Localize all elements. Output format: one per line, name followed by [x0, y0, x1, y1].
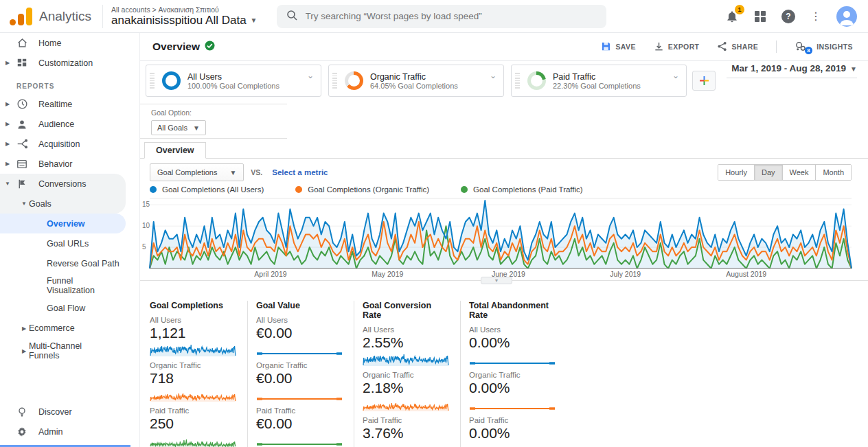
- sidebar-item-realtime[interactable]: ▶Realtime: [0, 94, 139, 114]
- sidebar-item-funnel-visualization[interactable]: FunnelVisualization: [0, 273, 139, 299]
- donut-hole: [531, 75, 542, 87]
- sidebar-item-goal-flow[interactable]: Goal Flow: [0, 299, 139, 319]
- sidebar-item-overview[interactable]: Overview: [0, 214, 126, 233]
- metric-value: €0.00: [256, 325, 345, 341]
- actions-divider: [776, 41, 777, 53]
- granularity-hourly[interactable]: Hourly: [718, 165, 754, 180]
- metric-segment-label: Organic Traffic: [256, 361, 345, 369]
- share-button[interactable]: SHARE: [717, 41, 758, 53]
- granularity-week[interactable]: Week: [782, 165, 816, 180]
- metric-segment-label: All Users: [256, 316, 345, 324]
- notifications-bell-icon[interactable]: 1: [725, 10, 739, 23]
- metric-segment-label: Organic Traffic: [363, 371, 452, 379]
- add-segment-button[interactable]: [692, 71, 716, 91]
- sidebar-item-ecommerce[interactable]: ▶Ecommerce: [0, 319, 139, 339]
- action-label: SHARE: [731, 43, 758, 51]
- legend-dot-icon: [150, 186, 157, 193]
- scorecards: Goal CompletionsAll Users1,121Organic Tr…: [150, 301, 575, 447]
- drag-dot: [150, 73, 155, 74]
- vs-label: VS.: [251, 168, 262, 176]
- sparkline-chart: [150, 433, 239, 447]
- sidebar-item-behavior[interactable]: ▶Behavior: [0, 154, 139, 174]
- sparkline-chart: [363, 398, 452, 412]
- legend-item-goal-completions-all-users[interactable]: Goal Completions (All Users): [150, 185, 264, 194]
- sidebar-item-label: Conversions: [38, 179, 86, 189]
- granularity-month[interactable]: Month: [815, 165, 851, 180]
- legend-dot-icon: [295, 186, 302, 193]
- metric-value: 0.00%: [469, 380, 559, 396]
- chevron-down-icon[interactable]: ⌄: [307, 71, 314, 80]
- apps-grid-icon[interactable]: [754, 10, 766, 23]
- sidebar-item-goal-urls[interactable]: Goal URLs: [0, 233, 139, 253]
- drag-handle-icon[interactable]: [150, 73, 157, 89]
- header-actions: 1 ? ⋮: [725, 6, 857, 27]
- donut-hole: [348, 75, 360, 87]
- chevron-right-icon: ▶: [3, 161, 12, 167]
- sidebar-item-admin[interactable]: Admin: [0, 422, 139, 442]
- sidebar-item-home[interactable]: Home: [0, 33, 139, 53]
- avatar[interactable]: [836, 6, 857, 27]
- drag-dot: [332, 78, 337, 79]
- legend-item-goal-completions-organic-traffic[interactable]: Goal Completions (Organic Traffic): [295, 185, 429, 194]
- chart-drag-handle[interactable]: ▼: [481, 277, 512, 284]
- sidebar-item-multi-channel-funnels[interactable]: ▶Multi-ChannelFunnels: [0, 339, 139, 364]
- property-selector[interactable]: anakainisisspitiou All Data ▼: [111, 14, 257, 27]
- insights-button[interactable]: 8INSIGHTS: [795, 40, 853, 54]
- legend-item-goal-completions-paid-traffic[interactable]: Goal Completions (Paid Traffic): [461, 185, 583, 194]
- date-range-selector[interactable]: Mar 1, 2019 - Aug 28, 2019▼: [727, 63, 857, 78]
- search-bar[interactable]: [277, 5, 606, 28]
- goal-option-select[interactable]: All Goals▼: [151, 120, 206, 135]
- sidebar-section-label: REPORTS: [0, 73, 139, 94]
- sidebar-item-audience[interactable]: ▶Audience: [0, 114, 139, 134]
- chevron-down-icon[interactable]: ⌄: [672, 71, 679, 80]
- sparkline-chart: [150, 343, 239, 357]
- legend-label: Goal Completions (Paid Traffic): [473, 185, 583, 194]
- sparkline-chart: [256, 433, 345, 447]
- segment-title: All Users: [187, 72, 279, 82]
- sidebar-item-acquisition[interactable]: ▶Acquisition: [0, 134, 139, 154]
- drag-dot: [515, 87, 520, 89]
- save-button[interactable]: SAVE: [601, 41, 635, 53]
- select-metric-link[interactable]: Select a metric: [272, 168, 328, 176]
- drag-handle-icon[interactable]: [515, 73, 522, 89]
- drag-dot: [150, 78, 155, 79]
- sidebar-item-reverse-goal-path[interactable]: Reverse Goal Path: [0, 253, 139, 273]
- segment-card-paid-traffic[interactable]: Paid Traffic22.30% Goal Completions⌄: [511, 65, 687, 97]
- metric-picker-row: Goal Completions▼ VS. Select a metric Ho…: [140, 162, 868, 183]
- svg-text:April 2019: April 2019: [254, 270, 286, 278]
- search-input[interactable]: [306, 11, 597, 21]
- granularity-day[interactable]: Day: [754, 165, 782, 180]
- sidebar-item-goals[interactable]: ▼Goals: [0, 194, 126, 214]
- metric-select[interactable]: Goal Completions▼: [150, 163, 244, 181]
- property-block: All accounts > Ανακαινιση Σπιτιού anakai…: [111, 5, 257, 27]
- segment-card-organic-traffic[interactable]: Organic Traffic64.05% Goal Completions⌄: [328, 65, 504, 97]
- sidebar-item-conversions[interactable]: ▼Conversions: [0, 174, 126, 194]
- analytics-logo-icon[interactable]: [10, 8, 32, 25]
- drag-dot: [332, 82, 337, 84]
- sidebar-item-label: Goal URLs: [47, 239, 89, 249]
- metric-segment-label: All Users: [363, 325, 452, 334]
- segment-subtitle: 100.00% Goal Completions: [187, 82, 279, 90]
- sidebar-item-discover[interactable]: Discover: [0, 402, 139, 422]
- drag-handle-icon[interactable]: [332, 73, 339, 89]
- page-title: Overview: [152, 41, 215, 54]
- help-icon[interactable]: ?: [781, 10, 795, 23]
- legend-dot-icon: [461, 186, 468, 193]
- svg-text:May 2019: May 2019: [372, 270, 403, 278]
- timeseries-chart: 51015April 2019May 2019June 2019July 201…: [140, 197, 868, 281]
- export-button[interactable]: EXPORT: [654, 41, 700, 53]
- chevron-down-icon[interactable]: ⌄: [490, 71, 496, 80]
- drag-dot: [332, 76, 337, 77]
- sidebar-item-label: Goal Flow: [47, 303, 85, 313]
- acquisition-icon: [15, 138, 29, 150]
- person-icon: [15, 119, 29, 130]
- metric-segment-label: All Users: [150, 316, 239, 324]
- tab-overview[interactable]: Overview: [144, 142, 206, 159]
- segment-card-all-users[interactable]: All Users100.00% Goal Completions⌄: [146, 65, 321, 97]
- sidebar-item-customization[interactable]: ▶Customization: [0, 53, 139, 73]
- app-name: Analytics: [39, 9, 91, 24]
- kebab-menu-icon[interactable]: ⋮: [810, 10, 821, 23]
- scorecard-goal-completions: Goal CompletionsAll Users1,121Organic Tr…: [150, 301, 248, 447]
- chevron-down-icon: ▼: [3, 181, 12, 187]
- chevron-down-icon: ▼: [229, 169, 236, 176]
